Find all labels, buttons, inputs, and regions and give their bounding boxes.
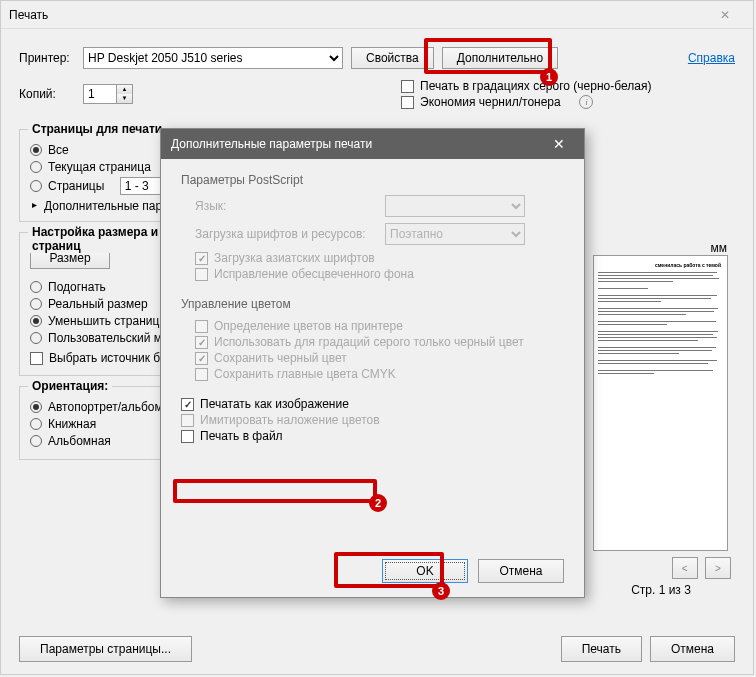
- printer-select[interactable]: HP Deskjet 2050 J510 series: [83, 47, 343, 69]
- fit-radio[interactable]: [30, 281, 42, 293]
- copies-spinner[interactable]: ▲▼: [83, 84, 133, 104]
- advanced-print-dialog: Дополнительные параметры печати ✕ Параме…: [160, 128, 585, 598]
- custom-radio[interactable]: [30, 332, 42, 344]
- footer: Параметры страницы... Печать Отмена: [1, 624, 753, 674]
- preview-area: мм сменилась работа с темой < > Стр. 1 и…: [591, 241, 731, 597]
- c2-checkbox: [195, 336, 208, 349]
- bgfix-checkbox: [195, 268, 208, 281]
- orient-auto-radio[interactable]: [30, 401, 42, 413]
- asian-checkbox: [195, 252, 208, 265]
- preview-status: Стр. 1 из 3: [591, 583, 731, 597]
- properties-button[interactable]: Свойства: [351, 47, 434, 69]
- sub-title: Дополнительные параметры печати: [171, 137, 372, 151]
- spinner-down-icon[interactable]: ▼: [117, 94, 132, 103]
- grayscale-checkbox[interactable]: [401, 80, 414, 93]
- inksave-checkbox[interactable]: [401, 96, 414, 109]
- window-title: Печать: [9, 8, 705, 22]
- sub-close-icon[interactable]: ✕: [544, 136, 574, 152]
- orient-landscape-radio[interactable]: [30, 435, 42, 447]
- postscript-group: Параметры PostScript: [181, 173, 564, 187]
- orient-portrait-radio[interactable]: [30, 418, 42, 430]
- copies-input[interactable]: [84, 85, 116, 103]
- printer-label: Принтер:: [19, 51, 75, 65]
- source-checkbox[interactable]: [30, 352, 43, 365]
- print-as-image-label: Печатать как изображение: [200, 397, 349, 411]
- copies-label: Копий:: [19, 87, 75, 101]
- color-group: Управление цветом: [181, 297, 564, 311]
- print-button[interactable]: Печать: [561, 636, 642, 662]
- pages-range-input[interactable]: [120, 177, 164, 195]
- pages-all-radio[interactable]: [30, 144, 42, 156]
- c1-checkbox: [195, 320, 208, 333]
- preview-next-button[interactable]: >: [705, 557, 731, 579]
- overlay-checkbox: [181, 414, 194, 427]
- pages-range-radio[interactable]: [30, 180, 42, 192]
- page-setup-button[interactable]: Параметры страницы...: [19, 636, 192, 662]
- advanced-button[interactable]: Дополнительно: [442, 47, 558, 69]
- inksave-label: Экономия чернил/тонера: [420, 95, 561, 109]
- fontload-select: Поэтапно: [385, 223, 525, 245]
- shrink-radio[interactable]: [30, 315, 42, 327]
- sub-ok-button[interactable]: OK: [382, 559, 468, 583]
- preview-page: сменилась работа с темой: [593, 255, 728, 551]
- orientation-legend: Ориентация:: [28, 379, 112, 393]
- preview-unit: мм: [711, 241, 728, 255]
- close-icon[interactable]: ✕: [705, 1, 745, 29]
- preview-heading: сменилась работа с темой: [598, 260, 723, 270]
- print-as-image-checkbox[interactable]: [181, 398, 194, 411]
- lang-label: Язык:: [195, 199, 375, 213]
- fontload-label: Загрузка шрифтов и ресурсов:: [195, 227, 375, 241]
- spinner-up-icon[interactable]: ▲: [117, 85, 132, 94]
- print-to-file-checkbox[interactable]: [181, 430, 194, 443]
- c4-checkbox: [195, 368, 208, 381]
- sub-cancel-button[interactable]: Отмена: [478, 559, 564, 583]
- c3-checkbox: [195, 352, 208, 365]
- pages-legend: Страницы для печати: [28, 122, 166, 136]
- sub-titlebar: Дополнительные параметры печати ✕: [161, 129, 584, 159]
- info-icon[interactable]: i: [579, 95, 593, 109]
- preview-prev-button[interactable]: <: [672, 557, 698, 579]
- lang-select: [385, 195, 525, 217]
- titlebar: Печать ✕: [1, 1, 753, 29]
- pages-current-radio[interactable]: [30, 161, 42, 173]
- help-link[interactable]: Справка: [688, 51, 735, 65]
- real-radio[interactable]: [30, 298, 42, 310]
- grayscale-label: Печать в градациях серого (черно-белая): [420, 79, 651, 93]
- cancel-button[interactable]: Отмена: [650, 636, 735, 662]
